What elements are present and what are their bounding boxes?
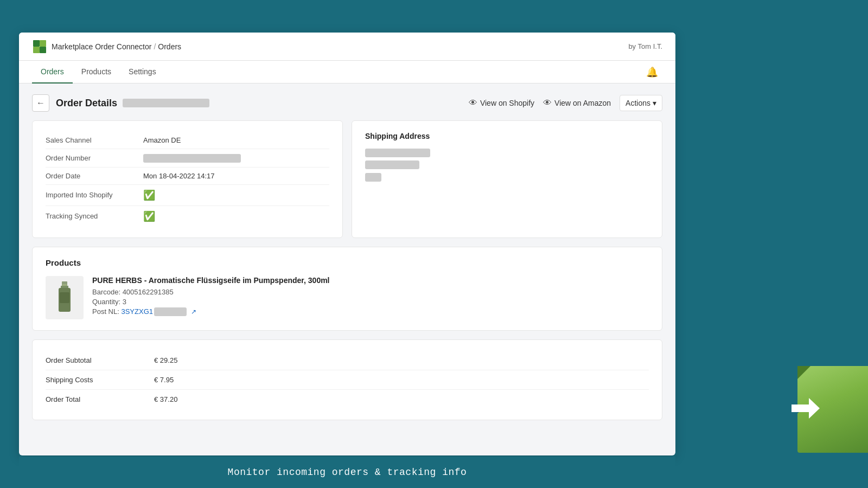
svg-rect-1 xyxy=(33,47,40,53)
summary-row-subtotal: Order Subtotal € 29.25 xyxy=(46,351,649,370)
breadcrumb-separator: / xyxy=(154,42,156,51)
app-by-text: by Tom I.T. xyxy=(628,42,662,50)
view-shopify-label: View on Shopify xyxy=(480,99,534,107)
main-card: Marketplace Order Connector / Orders by … xyxy=(19,33,675,455)
white-arrow-icon xyxy=(792,398,820,421)
product-bottle-svg xyxy=(56,281,73,314)
tab-products[interactable]: Products xyxy=(73,61,120,84)
order-details-left: ← Order Details xyxy=(32,94,209,112)
product-row: PURE HERBS - Aromatische Flüssigseife im… xyxy=(46,276,649,319)
order-details-actions: 👁 View on Shopify 👁 View on Amazon Actio… xyxy=(469,95,662,111)
subtotal-value: € 29.25 xyxy=(154,356,649,364)
product-tracking: Post NL: 3SYZXG1 ↗ xyxy=(92,307,649,317)
order-number-value xyxy=(143,153,329,163)
tab-settings[interactable]: Settings xyxy=(120,61,165,84)
imported-shopify-check-icon: ✅ xyxy=(143,189,329,201)
sales-channel-value: Amazon DE xyxy=(143,136,329,144)
app-header-left: Marketplace Order Connector / Orders xyxy=(32,39,181,54)
bottom-tagline: Monitor incoming orders & tracking info xyxy=(228,467,467,478)
shipping-line-3 xyxy=(365,172,649,182)
order-date-label: Order Date xyxy=(46,172,143,180)
product-barcode: Barcode: 4005162291385 xyxy=(92,288,649,296)
actions-dropdown[interactable]: Actions ▾ xyxy=(620,95,662,111)
subtotal-label: Order Subtotal xyxy=(46,356,154,364)
tracking-synced-check-icon: ✅ xyxy=(143,210,329,222)
products-card: Products PURE HERBS - Aromatisch xyxy=(32,247,662,331)
shipping-line-2 xyxy=(365,160,649,170)
view-amazon-label: View on Amazon xyxy=(554,99,611,107)
product-name: PURE HERBS - Aromatische Flüssigseife im… xyxy=(92,276,649,285)
page-content: ← Order Details 👁 View on Shopify 👁 View xyxy=(19,84,675,452)
product-image xyxy=(46,276,84,319)
tracking-code-link[interactable]: 3SYZXG1 xyxy=(121,307,187,316)
chevron-down-icon: ▾ xyxy=(653,99,656,107)
product-quantity: Quantity: 3 xyxy=(92,298,649,306)
back-arrow-icon: ← xyxy=(36,98,45,108)
svg-rect-0 xyxy=(33,40,40,47)
bottom-bar: Monitor incoming orders & tracking info xyxy=(19,457,675,488)
order-details-title: Order Details xyxy=(56,98,209,109)
app-logo xyxy=(32,39,47,54)
imported-shopify-label: Imported Into Shopify xyxy=(46,191,143,199)
svg-rect-2 xyxy=(40,40,46,47)
tracking-synced-label: Tracking Synced xyxy=(46,212,143,220)
external-link-icon: ↗ xyxy=(191,308,196,316)
nav-tabs: Orders Products Settings 🔔 xyxy=(19,61,675,84)
field-tracking-synced: Tracking Synced ✅ xyxy=(46,206,329,227)
total-value: € 37.20 xyxy=(154,395,649,403)
summary-card: Order Subtotal € 29.25 Shipping Costs € … xyxy=(32,339,662,420)
shipping-title: Shipping Address xyxy=(365,132,649,140)
eye-amazon-icon: 👁 xyxy=(543,98,552,108)
order-number-label: Order Number xyxy=(46,154,143,162)
summary-row-total: Order Total € 37.20 xyxy=(46,390,649,409)
app-header: Marketplace Order Connector / Orders by … xyxy=(19,33,675,61)
tab-orders[interactable]: Orders xyxy=(32,61,73,84)
field-sales-channel: Sales Channel Amazon DE xyxy=(46,132,329,149)
shipping-value: € 7.95 xyxy=(154,376,649,384)
actions-label: Actions xyxy=(626,99,650,107)
fold-corner xyxy=(797,366,810,379)
sales-channel-label: Sales Channel xyxy=(46,136,143,144)
two-column-layout: Sales Channel Amazon DE Order Number Ord… xyxy=(32,120,662,238)
products-section-title: Products xyxy=(46,258,649,267)
svg-rect-8 xyxy=(62,284,67,286)
view-shopify-link[interactable]: 👁 View on Shopify xyxy=(469,98,534,108)
svg-rect-5 xyxy=(61,286,68,288)
summary-row-shipping: Shipping Costs € 7.95 xyxy=(46,370,649,390)
order-details-header: ← Order Details 👁 View on Shopify 👁 View xyxy=(32,94,662,112)
order-date-value: Mon 18-04-2022 14:17 xyxy=(143,172,329,180)
eye-shopify-icon: 👁 xyxy=(469,98,477,108)
bell-icon[interactable]: 🔔 xyxy=(642,62,662,82)
breadcrumb-app: Marketplace Order Connector xyxy=(52,42,151,51)
svg-rect-7 xyxy=(60,292,69,303)
svg-rect-3 xyxy=(40,47,46,53)
shipping-line-1 xyxy=(365,148,649,157)
shipping-card: Shipping Address xyxy=(352,120,662,238)
breadcrumb: Marketplace Order Connector / Orders xyxy=(52,42,181,51)
order-info-card: Sales Channel Amazon DE Order Number Ord… xyxy=(32,120,343,238)
field-order-number: Order Number xyxy=(46,149,329,168)
product-info: PURE HERBS - Aromatische Flüssigseife im… xyxy=(92,276,649,317)
outer-wrapper: Marketplace Order Connector / Orders by … xyxy=(0,0,868,488)
shipping-label: Shipping Costs xyxy=(46,376,154,384)
right-decoration xyxy=(784,361,868,458)
field-order-date: Order Date Mon 18-04-2022 14:17 xyxy=(46,168,329,185)
nav-tabs-left: Orders Products Settings xyxy=(32,61,165,83)
breadcrumb-current: Orders xyxy=(158,42,181,51)
order-id-blurred xyxy=(123,99,209,107)
page-title: Order Details xyxy=(56,98,117,109)
field-imported-shopify: Imported Into Shopify ✅ xyxy=(46,185,329,206)
view-amazon-link[interactable]: 👁 View on Amazon xyxy=(543,98,611,108)
back-button[interactable]: ← xyxy=(32,94,49,112)
total-label: Order Total xyxy=(46,395,154,403)
